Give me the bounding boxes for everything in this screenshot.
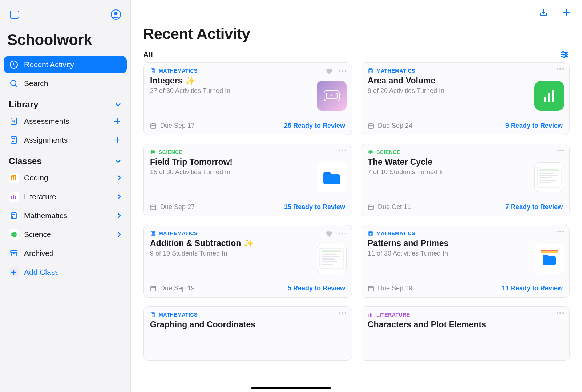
chevron-right-icon [117,212,122,219]
card-thumbnail [317,244,347,273]
svg-rect-136 [541,250,558,251]
new-button[interactable] [559,5,574,20]
svg-rect-118 [322,256,340,257]
svg-rect-99 [539,177,552,178]
activity-card[interactable]: MATHEMATICS Area and Volume 9 of 20 Acti… [361,62,570,135]
more-icon[interactable] [339,70,347,72]
activity-card[interactable]: MATHEMATICS Patterns and Primes 11 of 30… [361,225,570,298]
svg-point-49 [153,71,154,72]
svg-point-93 [559,150,561,151]
activity-card[interactable]: MATHEMATICS Graphing and Coordinates [143,306,352,361]
more-icon[interactable] [339,312,347,314]
add-assignment-button[interactable] [113,136,122,144]
favorite-icon[interactable] [326,230,333,237]
card-body: MATHEMATICS Integers ✨ 27 of 30 Activiti… [144,63,352,117]
chevron-down-icon [114,158,122,165]
svg-rect-24 [12,214,15,215]
class-item-literature[interactable]: Literature [4,187,127,206]
svg-rect-121 [322,264,333,265]
activity-card[interactable]: SCIENCE The Water Cycle 7 of 10 Students… [361,144,570,216]
svg-rect-151 [370,313,371,317]
more-icon[interactable] [556,312,564,314]
filter-label[interactable]: All [143,50,153,59]
svg-point-52 [339,70,340,72]
subject-label: MATHEMATICS [159,230,198,236]
nav-search[interactable]: Search [4,75,127,92]
profile-icon[interactable] [109,7,123,22]
activity-card[interactable]: LITERATURE Characters and Plot Elements [361,306,570,361]
card-subtitle: 7 of 10 Students Turned In [368,168,563,176]
add-assessment-button[interactable] [113,117,122,126]
library-item-assessments[interactable]: % Assessments [4,112,127,131]
class-item-archived[interactable]: Archived [4,244,127,263]
cards-scroll[interactable]: MATHEMATICS Integers ✨ 27 of 30 Activiti… [131,62,582,392]
svg-point-109 [153,233,154,234]
subject-icon [368,230,373,236]
activity-card[interactable]: SCIENCE Field Trip Tomorrow! 15 of 30 Ac… [143,144,352,216]
svg-rect-57 [151,124,156,128]
download-button[interactable] [536,5,551,20]
svg-point-50 [152,72,153,73]
svg-rect-70 [544,97,546,102]
svg-rect-122 [151,286,156,291]
card-body: MATHEMATICS Graphing and Coordinates [144,307,352,360]
filter-settings-button[interactable] [559,49,570,60]
card-subtitle: 9 of 10 Students Turned In [150,250,345,257]
more-icon[interactable] [556,68,564,70]
ready-to-review-link[interactable]: 9 Ready to Review [505,122,563,130]
classes-section-header[interactable]: Classes [4,150,127,168]
svg-rect-117 [322,254,336,255]
ready-to-review-link[interactable]: 15 Ready to Review [284,203,345,211]
svg-rect-96 [539,169,559,171]
svg-point-112 [339,233,340,234]
card-body: MATHEMATICS Area and Volume 9 of 20 Acti… [361,63,569,117]
subject-icon [150,149,156,155]
more-icon[interactable] [556,149,564,151]
ready-to-review-link[interactable]: 5 Ready to Review [288,285,345,292]
library-section-header[interactable]: Library [4,93,127,112]
favorite-icon[interactable] [326,68,333,74]
toggle-sidebar-icon[interactable] [7,7,22,22]
ready-to-review-link[interactable]: 7 Ready to Review [505,203,563,211]
more-icon[interactable] [339,149,347,151]
class-item-science[interactable]: Science [4,225,127,244]
class-item-mathematics[interactable]: Mathematics [4,206,127,225]
due-text: Due Sep 19 [378,285,412,292]
svg-rect-47 [152,69,154,70]
more-icon[interactable] [339,233,347,235]
activity-card[interactable]: MATHEMATICS Integers ✨ 27 of 30 Activiti… [143,62,352,135]
more-icon[interactable] [556,230,564,233]
svg-point-66 [371,72,372,73]
lib-item-label: Assessments [24,117,69,126]
class-label: Literature [24,192,56,201]
add-class-button[interactable]: Add Class [4,263,127,282]
app-title: Schoolwork [4,30,127,55]
card-thumbnail [534,81,564,111]
ready-to-review-link[interactable]: 25 Ready to Review [284,122,345,130]
svg-point-130 [369,234,370,235]
calendar-icon [150,285,157,292]
card-footer: Due Sep 24 9 Ready to Review [361,117,569,135]
card-body: SCIENCE Field Trip Tomorrow! 15 of 30 Ac… [144,144,352,198]
activity-card[interactable]: MATHEMATICS Addition & Subtraction ✨ 9 o… [143,225,352,298]
svg-rect-18 [12,177,13,180]
ready-to-review-link[interactable]: 11 Ready to Review [502,285,563,292]
due-text: Due Sep 17 [160,122,195,130]
class-item-coding[interactable]: Coding [4,168,127,187]
clock-icon [9,60,19,70]
subject-row: MATHEMATICS [150,68,345,74]
svg-rect-20 [11,196,12,199]
library-item-assignments[interactable]: Assignments [4,131,127,150]
card-actions [556,230,564,233]
nav-recent-activity[interactable]: Recent Activity [4,56,127,73]
card-title: Patterns and Primes [368,238,563,248]
svg-rect-84 [151,205,156,210]
sidebar-top [4,6,127,30]
math-icon [9,211,19,221]
subject-icon [150,312,156,318]
svg-rect-102 [368,205,373,210]
svg-point-48 [152,71,153,72]
svg-point-94 [562,150,564,151]
subject-label: MATHEMATICS [376,68,415,74]
svg-point-81 [339,150,340,151]
